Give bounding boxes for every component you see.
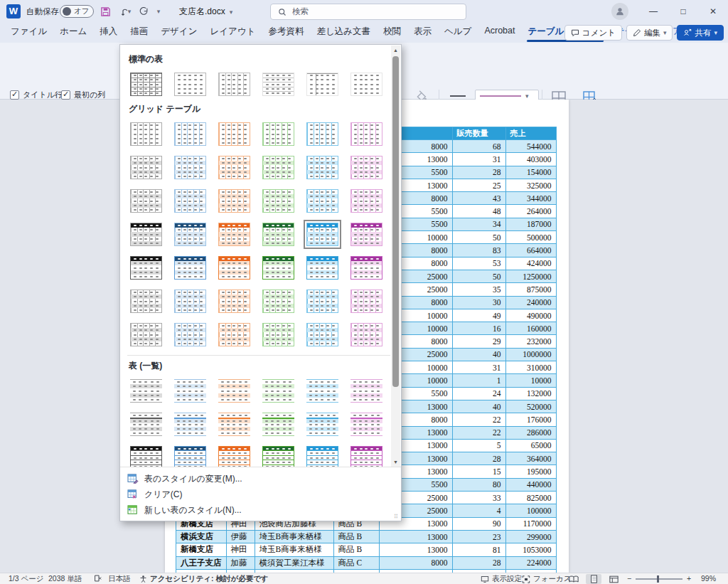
style-option-checkbox[interactable]: 最初の列 [61,90,105,100]
table-cell[interactable]: 325000 [505,179,556,191]
table-cell[interactable]: 28 [452,452,505,465]
table-cell[interactable]: 83 [452,244,505,257]
table-cell[interactable]: 4 [452,504,505,517]
word-count[interactable]: 2038 単語 [48,574,82,584]
editing-mode-button[interactable]: 編集 ▾ [626,25,673,41]
table-style-thumbnail[interactable] [259,186,297,216]
table-style-thumbnail[interactable] [171,287,209,316]
table-style-thumbnail[interactable] [127,153,165,182]
table-cell[interactable]: 490000 [505,309,556,322]
table-style-thumbnail[interactable] [215,220,253,249]
tab-11[interactable]: ヘルプ [438,22,478,43]
table-cell[interactable]: 424000 [505,257,556,270]
table-style-thumbnail[interactable] [259,253,297,282]
table-cell[interactable]: 30 [452,296,505,309]
table-style-thumbnail[interactable] [171,376,209,405]
web-layout-button[interactable] [606,574,621,584]
zoom-out-button[interactable]: − [627,574,631,583]
table-cell[interactable]: 伊藤 [226,530,255,543]
table-style-thumbnail[interactable] [348,70,385,99]
table-cell[interactable]: 48 [452,205,505,218]
table-style-thumbnail[interactable] [127,376,165,405]
modify-table-style-item[interactable]: 表のスタイルの変更(M)... [120,471,401,487]
table-cell[interactable]: 加藤 [226,556,255,569]
quick-access-more-icon[interactable]: ▾ [152,4,165,19]
table-cell[interactable]: 875000 [505,283,556,296]
table-cell[interactable]: 43 [452,192,505,205]
style-option-checkbox[interactable]: タイトル行 [10,90,63,100]
table-cell[interactable]: 商品 B [333,543,379,556]
table-cell[interactable]: 132000 [505,387,556,400]
table-style-thumbnail[interactable] [127,70,165,99]
scrollbar-thumb[interactable] [392,56,399,387]
table-style-thumbnail[interactable] [304,287,341,316]
table-style-thumbnail[interactable] [304,320,341,349]
table-style-thumbnail[interactable] [348,443,385,467]
table-cell[interactable]: 299000 [505,530,556,543]
table-style-thumbnail[interactable] [259,410,297,439]
table-cell[interactable]: 500000 [505,231,556,244]
table-style-thumbnail[interactable] [171,410,209,439]
table-style-thumbnail[interactable] [215,70,253,99]
table-style-thumbnail[interactable] [171,70,209,99]
gallery-scrollbar[interactable]: ▲ ▼ [391,46,400,467]
table-style-thumbnail[interactable] [348,153,385,182]
table-cell[interactable]: 160000 [505,322,556,335]
table-style-thumbnail[interactable] [304,70,341,99]
tab-4[interactable]: 描画 [124,22,154,43]
table-cell[interactable]: 286000 [505,426,556,439]
table-cell[interactable]: 65000 [505,439,556,452]
save-icon[interactable] [97,4,114,19]
table-cell[interactable]: 神田 [226,543,255,556]
table-style-thumbnail[interactable] [127,410,165,439]
table-style-thumbnail[interactable] [259,120,297,149]
zoom-in-button[interactable]: + [687,574,691,583]
minimize-button[interactable]: — [638,1,668,22]
print-layout-button[interactable] [586,574,601,584]
table-cell[interactable]: 232000 [505,335,556,348]
table-style-thumbnail[interactable] [348,120,385,149]
table-style-thumbnail[interactable] [127,186,165,216]
tab-10[interactable]: 表示 [407,22,438,43]
comments-button[interactable]: コメント [564,25,622,41]
table-style-thumbnail[interactable] [304,153,341,182]
tab-1[interactable]: ファイル [4,22,53,43]
table-style-thumbnail-selected[interactable] [304,220,341,249]
account-avatar[interactable] [611,3,628,20]
table-cell[interactable]: 224000 [505,556,556,569]
table-cell[interactable]: 25 [452,179,505,191]
table-cell[interactable]: 10000 [505,374,556,387]
table-header-cell[interactable]: 売上 [505,127,556,140]
table-cell[interactable]: 50 [452,270,505,282]
table-cell[interactable]: 13000 [379,530,452,543]
table-style-thumbnail[interactable] [259,287,297,316]
table-cell[interactable]: 100000 [505,504,556,517]
table-cell[interactable]: 664000 [505,244,556,257]
table-style-thumbnail[interactable] [304,120,341,149]
table-style-thumbnail[interactable] [304,253,341,282]
table-cell[interactable]: 195000 [505,465,556,478]
table-style-thumbnail[interactable] [348,376,385,405]
table-cell[interactable]: 264000 [505,205,556,218]
table-cell[interactable]: 28 [452,166,505,179]
scroll-down-icon[interactable]: ▼ [391,457,400,467]
table-style-thumbnail[interactable] [304,186,341,216]
tab-6[interactable]: レイアウト [203,22,262,43]
table-style-thumbnail[interactable] [215,287,253,316]
table-cell[interactable]: 16 [452,322,505,335]
table-style-thumbnail[interactable] [171,320,209,349]
table-cell[interactable]: 新橋支店 [176,543,227,556]
table-cell[interactable]: 68 [452,140,505,153]
table-cell[interactable]: 1170000 [505,517,556,530]
table-cell[interactable]: 埼玉B商事来栖様 [255,530,333,543]
table-style-thumbnail[interactable] [127,220,165,249]
zoom-slider[interactable] [636,578,682,580]
page-indicator[interactable]: 1/3 ページ [9,574,44,584]
table-style-thumbnail[interactable] [127,287,165,316]
table-cell[interactable]: 商品 C [333,556,379,569]
table-cell[interactable]: 22 [452,413,505,426]
table-style-thumbnail[interactable] [127,443,165,467]
table-cell[interactable]: 29 [452,335,505,348]
maximize-button[interactable]: □ [668,1,698,22]
zoom-level[interactable]: 99% [701,574,716,583]
